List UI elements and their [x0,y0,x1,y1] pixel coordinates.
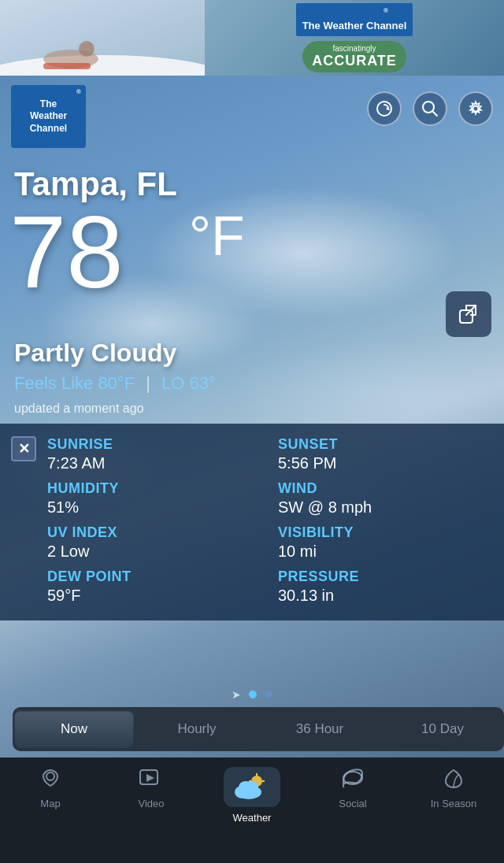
sunrise-item: SUNRISE 7:23 AM [47,436,254,472]
weather-nav-icon [235,772,269,800]
humidity-label: HUMIDITY [47,480,254,497]
svg-rect-4 [43,63,91,69]
uv-value: 2 Low [47,543,254,561]
inseason-icon [441,767,466,793]
wind-item: WIND SW @ 8 mph [278,480,485,517]
tab-36hour[interactable]: 36 Hour [260,710,380,748]
details-grid: SUNRISE 7:23 AM SUNSET 5:56 PM HUMIDITY … [47,436,485,605]
nav-video-label: Video [138,798,164,809]
visibility-value: 10 mi [278,543,485,561]
visibility-item: VISIBILITY 10 mi [278,524,485,561]
sunrise-value: 7:23 AM [47,454,254,472]
sunrise-label: SUNRISE [47,436,254,453]
uv-item: UV INDEX 2 Low [47,524,254,561]
nav-map[interactable]: Map [0,767,101,809]
location-arrow-icon: ➤ [232,688,241,701]
header-icons [367,91,493,126]
weather-nav-bg [224,767,280,807]
nav-social[interactable]: Social [302,767,403,809]
registered-mark: ® [76,88,81,96]
dew-item: DEW POINT 59°F [47,569,254,605]
map-icon [39,767,61,793]
nav-inseason[interactable]: In Season [403,767,504,809]
twc-logo: ® The Weather Channel [11,85,86,148]
last-updated: updated a moment ago [14,402,144,416]
pressure-label: PRESSURE [278,569,485,585]
feels-like: Feels Like 80°F | LO 63° [14,373,216,394]
svg-point-12 [46,772,54,780]
nav-map-label: Map [40,798,60,809]
close-details-button[interactable]: ✕ [11,436,36,461]
dew-value: 59°F [47,587,254,605]
ad-twc-logo: ® The Weather Channel [296,3,413,36]
wind-value: SW @ 8 mph [278,498,485,517]
visibility-label: VISIBILITY [278,524,485,541]
humidity-item: HUMIDITY 51% [47,480,254,517]
wind-label: WIND [278,480,485,497]
social-icon [340,767,365,793]
uv-label: UV INDEX [47,524,254,541]
nav-social-label: Social [339,798,366,809]
page-indicators: ➤ [232,688,272,701]
ad-logo-area: ® The Weather Channel fascinatingly ACCU… [205,0,504,76]
search-button[interactable] [413,91,447,126]
temperature-display: 78 [9,201,124,303]
dew-label: DEW POINT [47,569,254,585]
ad-image [0,0,205,76]
svg-point-23 [246,781,258,792]
nav-inseason-label: In Season [431,798,477,809]
nav-weather[interactable]: Weather [202,767,302,824]
nav-weather-label: Weather [233,812,272,824]
svg-point-9 [473,106,479,112]
bottom-navigation: Map Video Weath [0,757,504,863]
svg-rect-10 [460,310,472,323]
refresh-button[interactable] [367,91,402,126]
details-panel: ✕ SUNRISE 7:23 AM SUNSET 5:56 PM HUMIDIT… [0,424,504,620]
sunset-item: SUNSET 5:56 PM [278,436,485,472]
svg-point-3 [79,41,94,57]
page-dot-1[interactable] [249,691,257,698]
video-icon [139,767,164,793]
tab-10day[interactable]: 10 Day [383,710,502,748]
pressure-item: PRESSURE 30.13 in [278,569,485,605]
svg-point-5 [377,102,391,116]
temperature-unit: °F [189,205,245,268]
sunset-label: SUNSET [278,436,485,453]
tab-now[interactable]: Now [14,710,134,748]
svg-marker-6 [386,106,390,110]
ad-banner[interactable]: ® The Weather Channel fascinatingly ACCU… [0,0,504,76]
tab-bar: Now Hourly 36 Hour 10 Day [13,707,504,751]
svg-marker-14 [146,774,154,782]
sunset-value: 5:56 PM [278,454,485,472]
share-button[interactable] [446,291,491,337]
weather-condition: Partly Cloudy [14,339,176,368]
nav-video[interactable]: Video [101,767,202,809]
settings-button[interactable] [458,91,493,126]
svg-line-8 [432,111,437,116]
ad-tagline: fascinatingly ACCURATE [302,41,406,72]
tab-hourly[interactable]: Hourly [137,710,257,748]
page-dot-2[interactable] [265,691,272,698]
pressure-value: 30.13 in [278,587,485,605]
humidity-value: 51% [47,498,254,517]
